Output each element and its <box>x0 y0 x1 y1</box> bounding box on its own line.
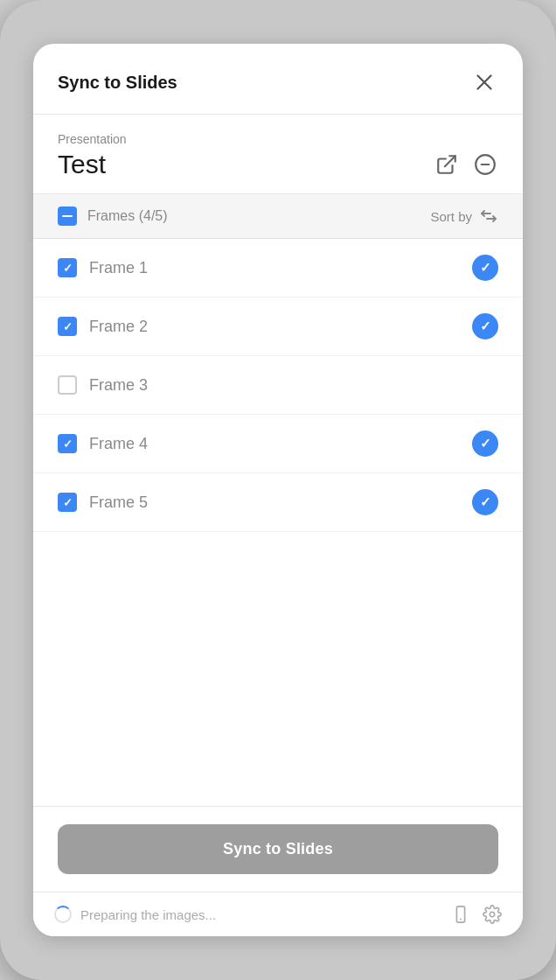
loading-spinner <box>54 906 72 923</box>
dialog-title: Sync to Slides <box>58 73 177 93</box>
bottom-section: Sync to Slides <box>33 806 523 892</box>
checkmark: ✓ <box>63 262 73 274</box>
settings-icon <box>483 905 502 924</box>
frames-list: ✓Frame 1✓✓Frame 2✓Frame 3✓Frame 4✓✓Frame… <box>33 239 523 806</box>
frame-left: ✓Frame 5 <box>58 493 148 512</box>
frame-left: ✓Frame 1 <box>58 258 148 277</box>
frames-header: Frames (4/5) Sort by <box>33 194 523 239</box>
presentation-actions <box>434 151 498 178</box>
frame-name-2: Frame 2 <box>89 318 148 336</box>
frame-checkbox-5[interactable]: ✓ <box>58 493 77 512</box>
phone-shell: Sync to Slides Presentation Test <box>0 0 556 980</box>
presentation-name: Test <box>58 150 106 179</box>
presentation-label: Presentation <box>58 132 498 146</box>
presentation-name-row: Test <box>58 150 498 179</box>
frame-sync-status-4: ✓ <box>472 430 498 457</box>
checkmark: ✓ <box>63 497 73 508</box>
open-in-new-icon <box>435 153 458 176</box>
open-in-new-button[interactable] <box>434 151 460 178</box>
device-button[interactable] <box>451 905 470 924</box>
status-text: Preparing the images... <box>80 907 216 922</box>
presentation-section: Presentation Test <box>33 115 523 194</box>
frame-name-3: Frame 3 <box>89 376 148 395</box>
frame-sync-status-5: ✓ <box>472 489 498 515</box>
frame-name-4: Frame 4 <box>89 435 148 453</box>
close-button[interactable] <box>470 68 498 96</box>
svg-point-2 <box>460 919 462 920</box>
frame-item: ✓Frame 2✓ <box>33 298 523 356</box>
frame-left: ✓Frame 4 <box>58 434 148 453</box>
sort-by-label: Sort by <box>430 209 472 224</box>
status-icons <box>451 905 502 924</box>
frame-left: ✓Frame 2 <box>58 317 148 336</box>
frame-item: ✓Frame 5✓ <box>33 473 523 532</box>
select-all-checkbox[interactable] <box>58 206 77 226</box>
sync-checkmark: ✓ <box>480 436 491 452</box>
frame-checkbox-2[interactable]: ✓ <box>58 317 77 336</box>
frame-checkbox-3[interactable] <box>58 375 77 395</box>
svg-point-3 <box>490 912 495 917</box>
frame-name-5: Frame 5 <box>89 494 148 512</box>
frame-checkbox-1[interactable]: ✓ <box>58 258 77 277</box>
close-icon <box>476 74 492 90</box>
checkmark: ✓ <box>63 438 73 450</box>
status-bar: Preparing the images... <box>33 892 523 936</box>
frame-item: Frame 3 <box>33 356 523 415</box>
frame-item: ✓Frame 1✓ <box>33 239 523 298</box>
frame-sync-status-1: ✓ <box>472 255 498 281</box>
frame-checkbox-4[interactable]: ✓ <box>58 434 77 453</box>
status-left: Preparing the images... <box>54 906 216 923</box>
frame-sync-status-3 <box>472 372 498 398</box>
remove-circle-button[interactable] <box>472 151 498 178</box>
sort-icon <box>479 206 498 226</box>
sync-checkmark: ✓ <box>480 494 491 510</box>
remove-circle-icon <box>474 153 497 176</box>
frames-count-label: Frames (4/5) <box>87 208 168 224</box>
indeterminate-indicator <box>62 215 73 218</box>
frames-left: Frames (4/5) <box>58 206 168 226</box>
sync-checkmark: ✓ <box>480 318 491 334</box>
sort-by-button[interactable]: Sort by <box>430 206 498 226</box>
frame-name-1: Frame 1 <box>89 259 148 277</box>
sync-to-slides-button[interactable]: Sync to Slides <box>58 824 498 874</box>
settings-button[interactable] <box>483 905 502 924</box>
frame-item: ✓Frame 4✓ <box>33 415 523 473</box>
frame-left: Frame 3 <box>58 375 148 395</box>
device-icon <box>451 905 470 924</box>
dialog: Sync to Slides Presentation Test <box>33 44 523 936</box>
checkmark: ✓ <box>63 321 73 332</box>
sync-checkmark: ✓ <box>480 260 491 276</box>
frame-sync-status-2: ✓ <box>472 313 498 340</box>
dialog-header: Sync to Slides <box>33 44 523 115</box>
